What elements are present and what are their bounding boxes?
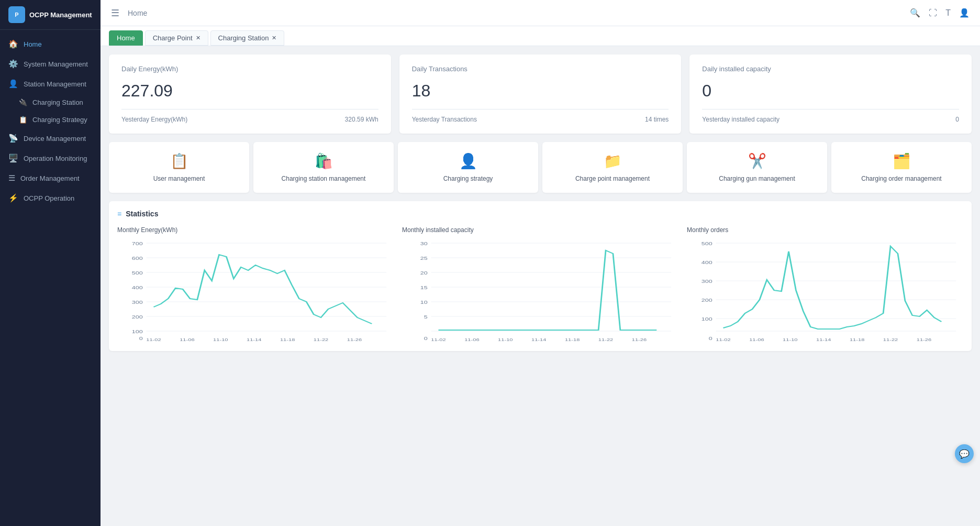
quick-link-user-mgmt[interactable]: 📋 User management [109, 142, 249, 193]
monitor-icon: 🖥️ [8, 154, 18, 163]
home-icon: 🏠 [8, 39, 18, 49]
sidebar-item-charging-station[interactable]: 🔌 Charging Station [0, 94, 101, 111]
user-icon[interactable]: 👤 [959, 8, 970, 18]
stat-energy-label: Daily Energy(kWh) [121, 65, 378, 73]
quick-link-charging-strategy[interactable]: 👤 Charging strategy [398, 142, 538, 193]
svg-text:11-26: 11-26 [917, 337, 931, 342]
quick-link-charging-station-mgmt[interactable]: 🛍️ Charging station management [253, 142, 394, 193]
svg-text:0: 0 [709, 336, 712, 341]
tab-home-label: Home [117, 34, 135, 42]
sidebar-item-station-mgmt[interactable]: 👤 Station Management [0, 74, 101, 94]
svg-text:11-14: 11-14 [816, 337, 831, 342]
svg-text:15: 15 [420, 285, 428, 290]
sidebar-item-system[interactable]: ⚙️ System Management [0, 54, 101, 74]
topbar-breadcrumb: Home [128, 9, 147, 17]
charging-station-mgmt-icon: 🛍️ [315, 152, 333, 170]
quick-link-charging-strategy-label: Charging strategy [443, 175, 493, 182]
svg-text:100: 100 [132, 329, 143, 334]
topbar: ☰ Home 🔍 ⛶ T 👤 [101, 0, 980, 26]
quick-link-charging-order-mgmt-label: Charging order management [861, 175, 941, 182]
main-content: Daily Energy(kWh) 227.09 Yesterday Energ… [101, 46, 980, 526]
stat-transactions-footer-value: 14 times [645, 116, 669, 123]
sidebar-item-operation[interactable]: 🖥️ Operation Monitoring [0, 148, 101, 168]
sidebar-item-charging-strategy[interactable]: 📋 Charging Strategy [0, 111, 101, 128]
stat-transactions-footer: Yesterday Transactions 14 times [412, 116, 669, 123]
svg-text:30: 30 [420, 241, 428, 246]
tab-charging-station-label: Charging Station [218, 34, 269, 42]
svg-text:11-02: 11-02 [431, 337, 446, 342]
quick-link-charging-order-mgmt[interactable]: 🗂️ Charging order management [831, 142, 972, 193]
stat-card-energy: Daily Energy(kWh) 227.09 Yesterday Energ… [109, 54, 391, 134]
sidebar-item-device[interactable]: 📡 Device Management [0, 128, 101, 148]
tab-charging-station-close[interactable]: ✕ [272, 35, 276, 41]
stat-energy-footer-value: 320.59 kWh [345, 116, 378, 123]
charging-gun-mgmt-icon: ✂️ [748, 152, 766, 170]
ocpp-icon: ⚡ [8, 193, 18, 203]
svg-text:200: 200 [132, 314, 143, 320]
statistics-title: Statistics [126, 210, 158, 218]
stat-card-capacity: Daily installed capacity 0 Yesterday ins… [689, 54, 972, 134]
svg-text:11-10: 11-10 [213, 337, 228, 342]
quick-links-row: 📋 User management 🛍️ Charging station ma… [109, 142, 972, 193]
svg-text:11-14: 11-14 [531, 337, 547, 342]
svg-text:100: 100 [701, 316, 712, 322]
svg-text:20: 20 [420, 270, 428, 276]
svg-text:11-02: 11-02 [146, 337, 161, 342]
tab-charge-point-close[interactable]: ✕ [196, 35, 201, 41]
font-icon[interactable]: T [945, 8, 951, 18]
sidebar-item-station-mgmt-label: Station Management [24, 80, 86, 88]
svg-text:300: 300 [701, 279, 712, 284]
stats-cards-row: Daily Energy(kWh) 227.09 Yesterday Energ… [109, 54, 972, 134]
chart-monthly-orders-svg: 500 400 300 200 100 0 11-02 11-06 11-10 … [687, 238, 963, 343]
svg-text:400: 400 [132, 285, 143, 290]
tab-charging-station[interactable]: Charging Station ✕ [210, 30, 285, 46]
svg-text:600: 600 [132, 256, 143, 261]
sidebar-item-order[interactable]: ☰ Order Management [0, 168, 101, 188]
svg-text:11-14: 11-14 [247, 337, 262, 342]
menu-toggle-icon[interactable]: ☰ [111, 7, 119, 19]
chart-monthly-orders-title: Monthly orders [687, 226, 963, 234]
stat-card-transactions: Daily Transactions 18 Yesterday Transact… [399, 54, 682, 134]
svg-text:11-10: 11-10 [498, 337, 513, 342]
chart-monthly-orders: Monthly orders 500 400 [687, 226, 963, 343]
sidebar-nav: 🏠 Home ⚙️ System Management 👤 Station Ma… [0, 30, 101, 526]
sidebar-item-ocpp[interactable]: ⚡ OCPP Operation [0, 188, 101, 208]
svg-text:25: 25 [420, 256, 428, 261]
stat-transactions-value: 18 [412, 81, 669, 101]
float-help-button[interactable]: 💬 [955, 444, 974, 463]
svg-text:11-26: 11-26 [347, 337, 362, 342]
tab-charge-point[interactable]: Charge Point ✕ [145, 30, 208, 46]
charging-order-mgmt-icon: 🗂️ [893, 152, 911, 170]
fullscreen-icon[interactable]: ⛶ [929, 8, 937, 18]
quick-link-user-mgmt-label: User management [153, 175, 205, 182]
charging-station-icon: 🔌 [19, 98, 27, 106]
charging-strategy-quick-icon: 👤 [459, 152, 477, 170]
search-icon[interactable]: 🔍 [910, 8, 920, 18]
svg-text:11-02: 11-02 [716, 337, 730, 342]
tab-charge-point-label: Charge Point [153, 34, 193, 42]
chart-monthly-energy-title: Monthly Energy(kWh) [117, 226, 394, 234]
quick-link-charging-station-mgmt-label: Charging station management [282, 175, 366, 182]
stat-energy-footer-label: Yesterday Energy(kWh) [121, 116, 187, 123]
quick-link-charging-gun-mgmt[interactable]: ✂️ Charging gun management [687, 142, 827, 193]
svg-text:11-26: 11-26 [632, 337, 647, 342]
tabs-bar: Home Charge Point ✕ Charging Station ✕ [101, 26, 980, 46]
svg-text:0: 0 [424, 336, 428, 341]
tab-home[interactable]: Home [109, 30, 143, 46]
order-icon: ☰ [8, 173, 15, 183]
stat-transactions-label: Daily Transactions [412, 65, 669, 73]
stat-capacity-footer-value: 0 [955, 116, 959, 123]
stat-capacity-footer: Yesterday installed capacity 0 [702, 116, 959, 123]
app-logo: P OCPP Management [0, 0, 101, 30]
device-icon: 📡 [8, 134, 18, 143]
svg-text:700: 700 [132, 241, 143, 246]
svg-text:5: 5 [424, 314, 428, 320]
station-mgmt-icon: 👤 [8, 79, 18, 89]
quick-link-charge-point-mgmt[interactable]: 📁 Charge point management [542, 142, 683, 193]
gear-icon: ⚙️ [8, 59, 18, 69]
sidebar-item-home[interactable]: 🏠 Home [0, 34, 101, 54]
user-mgmt-icon: 📋 [170, 152, 188, 170]
topbar-actions: 🔍 ⛶ T 👤 [910, 8, 970, 18]
stat-capacity-value: 0 [702, 81, 959, 101]
sidebar-item-system-label: System Management [24, 60, 88, 68]
